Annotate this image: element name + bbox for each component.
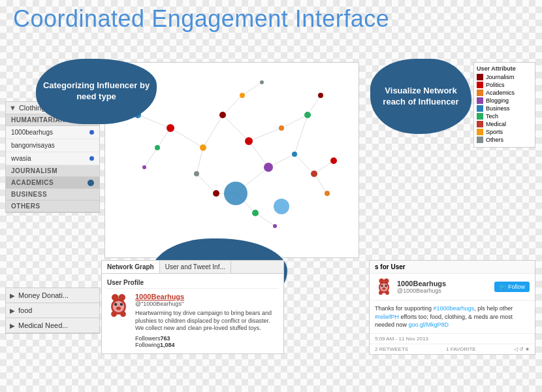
retweet-count: 2 RETWEETS [375, 346, 408, 352]
svg-line-7 [197, 148, 203, 174]
svg-line-2 [249, 141, 268, 167]
list-item[interactable]: wvasia [6, 152, 99, 165]
category-academics[interactable]: ACADEMICS [6, 177, 99, 189]
legend-item: Others [477, 137, 532, 143]
legend-item: Journalism [477, 74, 532, 80]
legend-label: Journalism [486, 74, 515, 80]
profile-content: 1000Bearhugs @"1000Bearhugs" Heartwarmin… [107, 293, 278, 348]
network-node [200, 144, 206, 151]
network-node [325, 191, 330, 196]
action-icons: ◁ ↺ ★ [514, 346, 530, 352]
bear-avatar-icon [107, 293, 130, 319]
item-label: 1000bearhugs [11, 129, 53, 136]
svg-line-5 [295, 154, 314, 174]
svg-line-10 [242, 82, 262, 95]
page-title: Coordinated Engagement Interface [13, 5, 389, 33]
expand-arrow: ▶ [10, 292, 15, 299]
legend-color-politics [477, 82, 483, 88]
expand-medical-need[interactable]: ▶ Medical Need... [6, 318, 99, 333]
list-item[interactable]: 1000bearhugs [6, 126, 99, 139]
legend-color-medical [477, 121, 483, 127]
collapse-arrow[interactable]: ▼ [9, 104, 16, 112]
network-node [155, 145, 160, 150]
network-node [264, 163, 273, 172]
svg-point-41 [385, 291, 389, 295]
svg-point-37 [381, 285, 383, 287]
profile-tabs: Network Graph User and Tweet Inf... [102, 261, 283, 274]
legend-color-blogging [477, 97, 483, 104]
svg-line-18 [138, 115, 170, 128]
legend-label: Others [486, 137, 503, 143]
network-node [142, 165, 146, 169]
network-node [260, 80, 264, 84]
tweet-panel-header: s for User [370, 261, 535, 274]
legend-color-others [477, 137, 483, 143]
legend-color-tech [477, 113, 483, 120]
hashtag-1000bearhugs[interactable]: #1000bearhugs [434, 305, 475, 312]
expand-label: food [18, 306, 32, 314]
svg-line-6 [203, 115, 223, 148]
legend-title: User Attribute [477, 65, 532, 72]
dot-indicator [89, 156, 94, 161]
network-node [167, 124, 174, 132]
profile-section: User Profile 1000Bearhugs [102, 274, 283, 353]
network-node [240, 93, 245, 98]
profile-info: 1000Bearhugs @"1000Bearhugs" Heartwarmin… [135, 293, 278, 348]
svg-point-39 [383, 287, 386, 290]
follow-icon: 🐦 [499, 284, 506, 290]
svg-point-30 [116, 306, 121, 310]
tweet-link[interactable]: goo.gl/MkgP8D [409, 321, 449, 328]
expand-food[interactable]: ▶ food [6, 303, 99, 318]
svg-point-38 [385, 285, 387, 287]
legend-label: Business [486, 105, 510, 112]
legend-color-sports [477, 129, 483, 135]
svg-point-28 [114, 303, 117, 306]
tweet-header: 1000Bearhugs @1000Bearhugs 🐦 Follow [370, 274, 535, 301]
svg-line-9 [223, 95, 242, 115]
expand-arrow: ▶ [10, 322, 15, 329]
svg-line-0 [223, 115, 249, 141]
network-node [318, 93, 323, 98]
legend-item: Academics [477, 90, 532, 96]
svg-line-23 [295, 115, 308, 154]
network-node [330, 157, 337, 164]
tab-network-graph[interactable]: Network Graph [102, 261, 160, 273]
svg-line-13 [144, 148, 157, 167]
category-journalism[interactable]: JOURNALISM [6, 165, 99, 177]
legend-item: Medical [477, 121, 532, 127]
profile-bio: Heartwarming toy drive campaign to bring… [135, 310, 278, 333]
legend-item: Tech [477, 113, 532, 120]
network-node [279, 125, 284, 131]
legend-label: Academics [486, 90, 515, 96]
tweet-user-info: 1000Bearhugs @1000Bearhugs [397, 280, 494, 294]
hashtag-reliefph[interactable]: #reliefPH [375, 314, 399, 320]
svg-line-11 [170, 128, 203, 148]
profile-name[interactable]: 1000Bearhugs [135, 293, 278, 301]
legend-item: Business [477, 105, 532, 112]
tab-user-tweet-info[interactable]: User and Tweet Inf... [160, 261, 231, 273]
network-node [273, 224, 277, 228]
left-bottom-panel: ▶ Money Donati... ▶ food ▶ Medical Need.… [5, 287, 100, 334]
profile-header-label: User Profile [107, 279, 278, 289]
category-business[interactable]: BUSINESS [6, 189, 99, 201]
svg-point-31 [111, 311, 117, 317]
list-item[interactable]: bangonvisayas [6, 139, 99, 152]
item-label: bangonvisayas [11, 142, 55, 149]
category-others[interactable]: OTHERS [6, 201, 99, 212]
tweet-handle: @1000Bearhugs [397, 287, 494, 294]
favorite-count: 1 FAVORITE [446, 346, 476, 352]
expand-money-donations[interactable]: ▶ Money Donati... [6, 288, 99, 303]
follow-button[interactable]: 🐦 Follow [494, 282, 530, 292]
dot-indicator [89, 130, 94, 135]
svg-line-21 [255, 213, 275, 226]
legend-label: Sports [486, 129, 503, 135]
expand-label: Money Donati... [18, 291, 69, 299]
legend-label: Tech [486, 113, 498, 120]
academics-dot [88, 180, 94, 186]
legend-label: Medical [486, 121, 506, 127]
expand-label: Medical Need... [18, 321, 68, 329]
tweet-panel: s for User 1000Bearhugs @1000Bearhugs 🐦 … [369, 260, 535, 355]
legend-item: Sports [477, 129, 532, 135]
tweet-timestamp: 5:09 AM - 11 Nov 2013 [370, 333, 535, 344]
legend-color-academics [477, 90, 483, 96]
